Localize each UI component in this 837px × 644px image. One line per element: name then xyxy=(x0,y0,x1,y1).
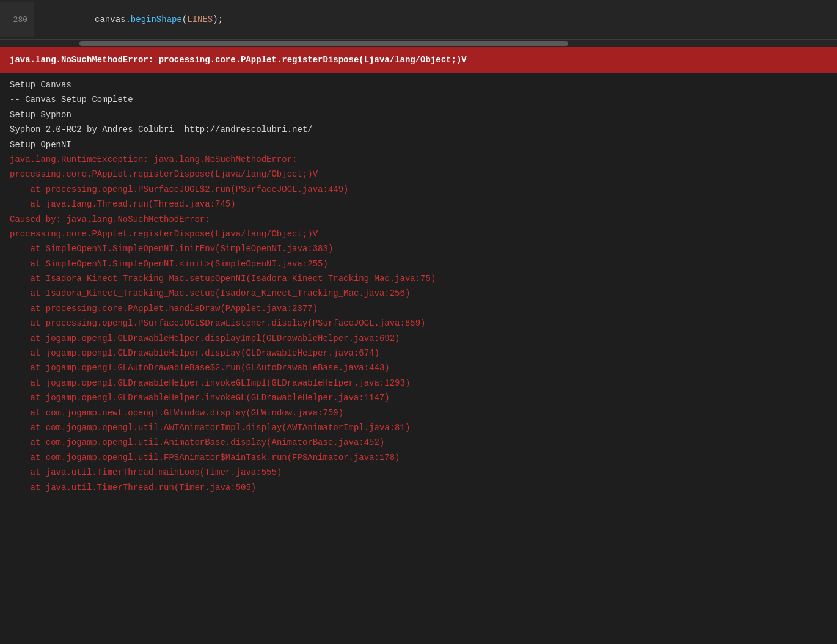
console-line: at processing.opengl.PSurfaceJOGL$DrawLi… xyxy=(0,316,837,331)
app-container: 280 canvas.beginShape(LINES); java.lang.… xyxy=(0,0,837,644)
code-method: beginShape xyxy=(131,15,182,24)
scrollbar-area[interactable] xyxy=(0,40,837,47)
console-line: at SimpleOpenNI.SimpleOpenNI.<init>(Simp… xyxy=(0,257,837,271)
code-prefix: canvas. xyxy=(74,15,130,24)
console-line: Setup OpenNI xyxy=(0,137,837,152)
console-line: Setup Syphon xyxy=(0,108,837,122)
code-line-280: 280 canvas.beginShape(LINES); xyxy=(0,0,837,40)
code-close: ); xyxy=(213,15,223,24)
line-number: 280 xyxy=(0,2,34,37)
console-line: Caused by: java.lang.NoSuchMethodError: xyxy=(0,212,837,227)
console-line: at jogamp.opengl.GLDrawableHelper.invoke… xyxy=(0,390,837,405)
console-line: at jogamp.opengl.GLAutoDrawableBase$2.ru… xyxy=(0,360,837,375)
console-line: Syphon 2.0-RC2 by Andres Colubri http://… xyxy=(0,122,837,137)
console-line: at java.lang.Thread.run(Thread.java:745) xyxy=(0,197,837,211)
console-line: at com.jogamp.opengl.util.AWTAnimatorImp… xyxy=(0,420,837,435)
console-line: at com.jogamp.newt.opengl.GLWindow.displ… xyxy=(0,406,837,420)
console-line: java.lang.RuntimeException: java.lang.No… xyxy=(0,152,837,167)
console-line: at jogamp.opengl.GLDrawableHelper.invoke… xyxy=(0,376,837,390)
console-line: at com.jogamp.opengl.util.AnimatorBase.d… xyxy=(0,435,837,450)
error-header-text: java.lang.NoSuchMethodError: processing.… xyxy=(10,55,467,65)
scrollbar-thumb[interactable] xyxy=(79,41,568,46)
code-param: LINES xyxy=(187,15,213,24)
console-line: processing.core.PApplet.registerDispose(… xyxy=(0,227,837,241)
error-header-bar: java.lang.NoSuchMethodError: processing.… xyxy=(0,47,837,73)
console-line: at jogamp.opengl.GLDrawableHelper.displa… xyxy=(0,346,837,360)
console-line: at processing.core.PApplet.handleDraw(PA… xyxy=(0,301,837,316)
code-open-paren: ( xyxy=(182,15,187,24)
console-line: at SimpleOpenNI.SimpleOpenNI.initEnv(Sim… xyxy=(0,241,837,256)
console-line: at jogamp.opengl.GLDrawableHelper.displa… xyxy=(0,331,837,346)
console-line: Setup Canvas xyxy=(0,78,837,92)
console-line: -- Canvas Setup Complete xyxy=(0,92,837,107)
console-line: at com.jogamp.opengl.util.FPSAnimator$Ma… xyxy=(0,450,837,465)
console-line: at java.util.TimerThread.run(Timer.java:… xyxy=(0,480,837,495)
console-output: Setup Canvas-- Canvas Setup CompleteSetu… xyxy=(0,73,837,644)
console-line: processing.core.PApplet.registerDispose(… xyxy=(0,167,837,181)
console-line: at java.util.TimerThread.mainLoop(Timer.… xyxy=(0,465,837,480)
code-content: canvas.beginShape(LINES); xyxy=(34,2,233,37)
console-line: at Isadora_Kinect_Tracking_Mac.setup(Isa… xyxy=(0,286,837,301)
console-line: at Isadora_Kinect_Tracking_Mac.setupOpen… xyxy=(0,271,837,286)
console-line: at processing.opengl.PSurfaceJOGL$2.run(… xyxy=(0,182,837,197)
